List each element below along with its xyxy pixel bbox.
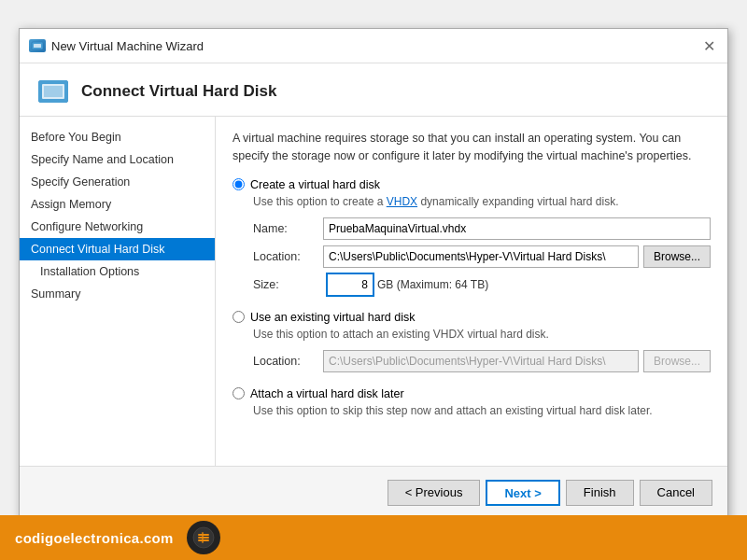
size-input[interactable] [327, 273, 374, 296]
existing-vhd-desc: Use this option to attach an existing VH… [253, 328, 711, 341]
location-row: Location: Browse... [253, 245, 711, 268]
size-label: Size: [253, 278, 323, 291]
svg-rect-9 [202, 532, 204, 543]
option-create-vhd: Create a virtual hard disk Use this opti… [233, 178, 711, 296]
location-input[interactable] [323, 245, 639, 268]
radio-create-vhd-label[interactable]: Create a virtual hard disk [233, 178, 711, 191]
svg-rect-4 [44, 86, 63, 97]
name-input[interactable] [323, 217, 711, 240]
bottom-bar: codigoelectronica.com [0, 515, 747, 560]
next-button[interactable]: Next > [486, 480, 559, 506]
wizard-window: New Virtual Machine Wizard ✕ Connect Vir… [19, 28, 728, 523]
radio-create-vhd-text: Create a virtual hard disk [250, 178, 380, 191]
sidebar-item-connect-vhd[interactable]: Connect Virtual Hard Disk [20, 238, 215, 260]
svg-rect-1 [34, 44, 41, 48]
sidebar: Before You Begin Specify Name and Locati… [20, 117, 216, 466]
sidebar-item-specify-name[interactable]: Specify Name and Location [20, 148, 215, 171]
radio-existing-vhd-label[interactable]: Use an existing virtual hard disk [233, 311, 711, 324]
existing-location-row: Location: Browse... [253, 350, 711, 372]
title-bar: New Virtual Machine Wizard ✕ [20, 29, 727, 63]
sidebar-item-before-you-begin[interactable]: Before You Begin [20, 126, 215, 148]
existing-location-label: Location: [253, 355, 323, 368]
page-title: Connect Virtual Hard Disk [81, 82, 276, 101]
radio-existing-vhd-text: Use an existing virtual hard disk [250, 311, 415, 324]
content-area: Before You Begin Specify Name and Locati… [20, 117, 727, 466]
main-content: A virtual machine requires storage so th… [216, 117, 727, 466]
name-label: Name: [253, 222, 323, 235]
attach-later-desc: Use this option to skip this step now an… [253, 404, 711, 417]
radio-attach-later[interactable] [233, 387, 245, 399]
radio-attach-later-label[interactable]: Attach a virtual hard disk later [233, 387, 711, 400]
header-icon [38, 80, 68, 103]
size-row: Size: GB (Maximum: 64 TB) [253, 273, 711, 296]
page-header: Connect Virtual Hard Disk [20, 63, 727, 117]
name-row: Name: [253, 217, 711, 240]
sidebar-item-installation-options[interactable]: Installation Options [20, 260, 215, 283]
finish-button[interactable]: Finish [566, 480, 634, 506]
existing-browse-button: Browse... [643, 350, 711, 372]
title-bar-left: New Virtual Machine Wizard [29, 39, 204, 53]
sidebar-item-assign-memory[interactable]: Assign Memory [20, 193, 215, 216]
create-vhd-desc: Use this option to create a VHDX dynamic… [253, 195, 711, 208]
description-text: A virtual machine requires storage so th… [233, 130, 711, 165]
sidebar-item-specify-generation[interactable]: Specify Generation [20, 171, 215, 193]
sidebar-item-summary[interactable]: Summary [20, 283, 215, 305]
close-button[interactable]: ✕ [699, 36, 718, 55]
window-title: New Virtual Machine Wizard [51, 39, 204, 53]
radio-existing-vhd[interactable] [233, 311, 245, 323]
option-existing-vhd: Use an existing virtual hard disk Use th… [233, 311, 711, 372]
sidebar-item-configure-networking[interactable]: Configure Networking [20, 216, 215, 238]
previous-button[interactable]: < Previous [388, 480, 481, 506]
radio-create-vhd[interactable] [233, 178, 245, 190]
location-label: Location: [253, 250, 323, 263]
footer: < Previous Next > Finish Cancel [20, 466, 727, 518]
cancel-button[interactable]: Cancel [640, 480, 712, 506]
bottom-logo-icon [187, 521, 220, 554]
vhdx-link[interactable]: VHDX [387, 195, 417, 208]
window-icon [29, 39, 46, 52]
bottom-logo-text: codigoelectronica.com [15, 530, 174, 546]
existing-location-input [323, 350, 639, 372]
radio-attach-later-text: Attach a virtual hard disk later [250, 387, 404, 400]
option-attach-later: Attach a virtual hard disk later Use thi… [233, 387, 711, 417]
size-unit: GB (Maximum: 64 TB) [377, 278, 488, 291]
browse-button[interactable]: Browse... [643, 245, 711, 268]
